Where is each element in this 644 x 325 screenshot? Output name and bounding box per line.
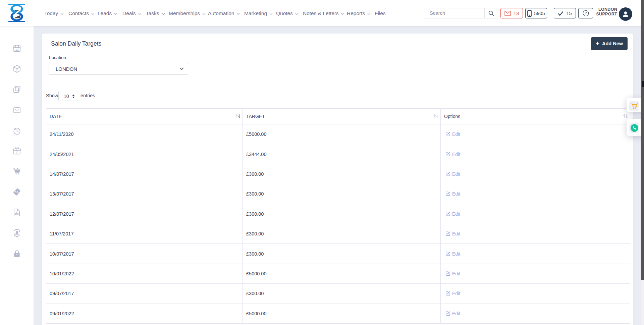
svg-text:12: 12 bbox=[15, 48, 18, 51]
svg-text:?: ? bbox=[585, 11, 587, 15]
svg-text:$: $ bbox=[16, 190, 18, 194]
